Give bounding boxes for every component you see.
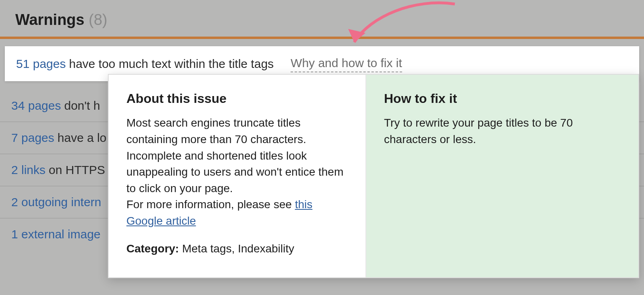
- about-panel: About this issue Most search engines tru…: [109, 75, 366, 277]
- about-body: Most search engines truncate titles cont…: [126, 115, 348, 197]
- warning-count-link[interactable]: 34 pages: [11, 99, 61, 113]
- section-divider: [0, 37, 644, 39]
- warning-count-link[interactable]: 7 pages: [11, 131, 54, 145]
- about-heading: About this issue: [126, 89, 348, 108]
- fix-body: Try to rewrite your page titles to be 70…: [384, 115, 621, 148]
- category-value: Meta tags, Indexability: [182, 242, 294, 255]
- issue-popover: About this issue Most search engines tru…: [108, 74, 639, 278]
- about-more-info: For more information, please see this Go…: [126, 197, 348, 229]
- warnings-title: Warnings: [15, 11, 85, 28]
- warning-count-link[interactable]: 2 outgoing intern: [11, 195, 101, 209]
- category-label: Category:: [126, 242, 182, 255]
- warning-desc: have a lo: [58, 131, 107, 145]
- about-more-text: For more information, please see: [126, 198, 295, 211]
- warning-count-link[interactable]: 51 pages: [16, 57, 66, 71]
- warning-desc: on HTTPS: [49, 163, 105, 177]
- fix-heading: How to fix it: [384, 89, 621, 108]
- why-how-fix-link[interactable]: Why and how to fix it: [291, 55, 402, 72]
- warning-count-link[interactable]: 2 links: [11, 163, 45, 177]
- fix-panel: How to fix it Try to rewrite your page t…: [366, 75, 638, 277]
- warnings-heading: Warnings (8): [0, 0, 644, 37]
- issue-category: Category: Meta tags, Indexability: [126, 241, 348, 257]
- warnings-count: (8): [89, 11, 107, 28]
- warning-count-link[interactable]: 1 external image: [11, 227, 101, 241]
- warning-desc: have too much text within the title tags: [69, 57, 274, 71]
- warning-desc: don't h: [64, 99, 100, 113]
